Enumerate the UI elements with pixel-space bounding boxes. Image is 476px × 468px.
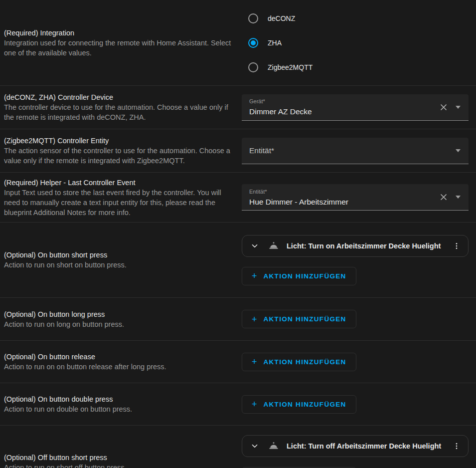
radio-option-zigbee2mqtt[interactable]: Zigbee2MQTT [248, 55, 469, 79]
section-on-double-press: (Optional) On button double press Action… [0, 383, 476, 426]
controller-device-select[interactable]: Gerät* Dimmer AZ Decke [242, 94, 469, 121]
section-description: Action to run on on button release after… [4, 362, 235, 372]
select-value: Dimmer AZ Decke [249, 107, 439, 117]
plus-icon: + [252, 271, 257, 280]
section-on-short-press: (Optional) On button short press Action … [0, 223, 476, 298]
action-card-turn-on-light[interactable]: Licht: Turn on Arbeitszimmer Decke Hueli… [242, 235, 469, 257]
section-input: Gerät* Dimmer AZ Decke [242, 94, 469, 121]
section-description: Input Text used to store the last event … [4, 188, 235, 218]
section-title: (Zigbee2MQTT) Controller Entity [4, 136, 235, 146]
section-input: Entität* Hue Dimmer - Arbeitszimmer [242, 184, 469, 211]
radio-label: Zigbee2MQTT [268, 63, 313, 71]
action-card-title: Licht: Turn off Arbeitszimmer Decke Huel… [287, 442, 449, 450]
ceiling-light-icon [268, 440, 280, 452]
section-input: + AKTION HINZUFÜGEN [242, 395, 469, 414]
select-icons [456, 149, 463, 152]
section-label: (deCONZ, ZHA) Controller Device The cont… [4, 92, 242, 122]
section-title: (Required) Integration [4, 28, 235, 38]
select-label: Entität* [249, 189, 439, 195]
add-action-label: AKTION HINZUFÜGEN [264, 401, 346, 408]
section-label: (Optional) On button double press Action… [4, 394, 242, 414]
dropdown-arrow-icon[interactable] [456, 196, 461, 199]
select-text: Entität* Hue Dimmer - Arbeitszimmer [249, 188, 439, 207]
radio-option-deconz[interactable]: deCONZ [248, 6, 469, 30]
radio-label: deCONZ [268, 14, 295, 22]
radio-button-icon[interactable] [248, 38, 258, 48]
section-title: (Optional) On button short press [4, 250, 235, 260]
section-input: Entität* [242, 138, 469, 164]
section-title: (Optional) Off button short press [4, 453, 235, 463]
select-label: Gerät* [249, 98, 439, 105]
section-label: (Optional) Off button short press Action… [4, 453, 242, 468]
section-title: (Optional) On button release [4, 352, 235, 362]
kebab-menu-icon[interactable] [449, 238, 464, 253]
chevron-down-icon[interactable] [249, 440, 261, 452]
section-label: (Required) Helper - Last Controller Even… [4, 178, 242, 218]
section-controller-device: (deCONZ, ZHA) Controller Device The cont… [0, 86, 476, 129]
section-description: The action sensor of the controller to u… [4, 146, 235, 166]
section-description: Action to run on short on button press. [4, 260, 235, 270]
section-title: (Required) Helper - Last Controller Even… [4, 178, 235, 188]
section-label: (Optional) On button release Action to r… [4, 352, 242, 372]
section-label: (Optional) On button short press Action … [4, 250, 242, 270]
section-title: (Optional) On button double press [4, 394, 235, 404]
select-value: Hue Dimmer - Arbeitszimmer [249, 197, 439, 207]
plus-icon: + [252, 400, 257, 409]
add-action-button[interactable]: + AKTION HINZUFÜGEN [242, 310, 356, 328]
section-title: (Optional) On button long press [4, 309, 235, 319]
section-label: (Optional) On button long press Action t… [4, 309, 242, 329]
add-action-label: AKTION HINZUFÜGEN [264, 315, 346, 323]
add-action-button[interactable]: + AKTION HINZUFÜGEN [242, 267, 356, 285]
select-text: Entität* [249, 146, 456, 155]
kebab-menu-icon[interactable] [449, 439, 464, 454]
add-action-button[interactable]: + AKTION HINZUFÜGEN [242, 395, 356, 414]
action-card-title: Licht: Turn on Arbeitszimmer Decke Hueli… [287, 242, 449, 250]
section-input: + AKTION HINZUFÜGEN [242, 353, 469, 371]
add-action-button[interactable]: + AKTION HINZUFÜGEN [242, 353, 356, 371]
section-on-release: (Optional) On button release Action to r… [0, 341, 476, 383]
section-description: The controller device to use for the aut… [4, 102, 235, 122]
section-label: (Zigbee2MQTT) Controller Entity The acti… [4, 136, 242, 166]
controller-entity-select[interactable]: Entität* [242, 138, 469, 164]
section-input: Licht: Turn off Arbeitszimmer Decke Huel… [242, 435, 469, 468]
section-label: (Required) Integration Integration used … [4, 28, 242, 58]
section-input: Licht: Turn on Arbeitszimmer Decke Hueli… [242, 235, 469, 285]
section-on-long-press: (Optional) On button long press Action t… [0, 298, 476, 341]
dropdown-arrow-icon[interactable] [456, 149, 461, 152]
helper-entity-select[interactable]: Entität* Hue Dimmer - Arbeitszimmer [242, 184, 469, 211]
dropdown-arrow-icon[interactable] [456, 106, 461, 109]
radio-option-zha[interactable]: ZHA [248, 30, 469, 55]
clear-icon[interactable] [439, 103, 448, 112]
select-placeholder: Entität* [249, 146, 456, 155]
add-action-label: AKTION HINZUFÜGEN [264, 272, 346, 280]
section-input: + AKTION HINZUFÜGEN [242, 310, 469, 328]
clear-icon[interactable] [439, 193, 448, 202]
section-description: Action to run on long on button press. [4, 319, 235, 329]
section-off-short-press: (Optional) Off button short press Action… [0, 426, 476, 468]
integration-radio-group: deCONZ ZHA Zigbee2MQTT [242, 6, 469, 79]
section-description: Action to run on short off button press. [4, 463, 235, 468]
section-helper-last-event: (Required) Helper - Last Controller Even… [0, 173, 476, 223]
section-description: Action to run on double on button press. [4, 404, 235, 414]
radio-label: ZHA [268, 39, 282, 47]
radio-button-icon[interactable] [248, 13, 258, 23]
plus-icon: + [252, 315, 257, 324]
section-input: deCONZ ZHA Zigbee2MQTT [242, 6, 469, 79]
chevron-down-icon[interactable] [249, 240, 261, 252]
action-card-turn-off-light[interactable]: Licht: Turn off Arbeitszimmer Decke Huel… [242, 435, 469, 457]
radio-button-icon[interactable] [248, 62, 258, 72]
add-action-label: AKTION HINZUFÜGEN [264, 358, 346, 366]
plus-icon: + [252, 357, 257, 366]
radio-dot [251, 65, 256, 70]
blueprint-config-form: (Required) Integration Integration used … [0, 0, 476, 468]
section-integration: (Required) Integration Integration used … [0, 0, 476, 86]
select-icons [439, 103, 463, 112]
section-title: (deCONZ, ZHA) Controller Device [4, 92, 235, 102]
section-description: Integration used for connecting the remo… [4, 38, 235, 58]
radio-dot [251, 40, 256, 45]
radio-dot [251, 16, 256, 21]
section-controller-entity: (Zigbee2MQTT) Controller Entity The acti… [0, 129, 476, 173]
select-text: Gerät* Dimmer AZ Decke [249, 97, 439, 117]
select-icons [439, 193, 463, 202]
ceiling-light-icon [268, 240, 280, 252]
